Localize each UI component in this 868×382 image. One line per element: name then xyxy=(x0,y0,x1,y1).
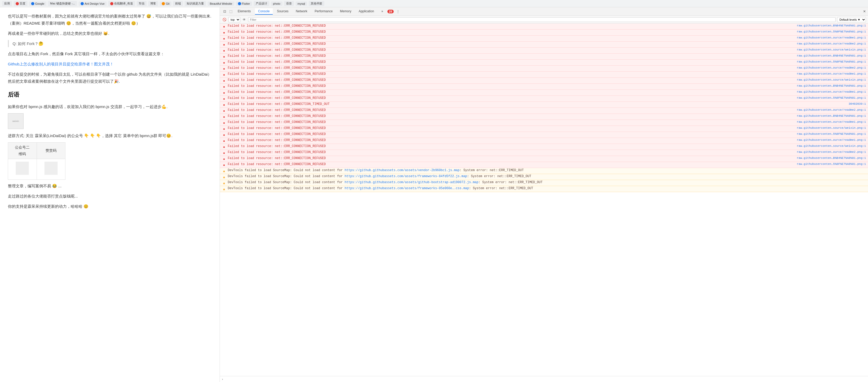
paragraph-4: 如果你也对 bpmn.js 感兴趣的话，欢迎加入我们的 bpmn.js 交流群，… xyxy=(8,103,212,110)
devtools-inspect-icon[interactable]: ⊡ xyxy=(222,9,227,14)
tab-frontend[interactable]: 前端 xyxy=(173,1,183,6)
error-icon-6: ● xyxy=(222,61,226,65)
devtools-close-button[interactable]: ✕ xyxy=(863,9,866,13)
entry-source-4[interactable]: raw.githubuserconten…source/weixin.png:1 xyxy=(797,48,866,51)
console-entry-18: ● Failed to load resource: net::ERR_CONN… xyxy=(220,132,868,138)
error-icon-0: ● xyxy=(222,25,226,29)
entry-source-10[interactable]: raw.githubuserconten…B%B4%E7%A0%81.png:1 xyxy=(797,84,866,87)
console-context-select[interactable]: top xyxy=(228,17,240,22)
console-clear-icon[interactable]: 🚫 xyxy=(222,17,227,22)
entry-text-1: Failed to load resource: net::ERR_CONNEC… xyxy=(228,30,795,34)
entry-text-5: Failed to load resource: net::ERR_CONNEC… xyxy=(228,54,795,58)
error-icon-1: ● xyxy=(222,31,226,35)
qa-link[interactable]: Github上怎么修改别人的项目并且提交给原作者！图文并茂！ xyxy=(8,62,114,66)
console-entry-17: ● Failed to load resource: net::ERR_CONN… xyxy=(220,126,868,132)
main-layout: 也可以是写一些教材案例，因为之前就有大佬吐槽说官方给的案例都太过简单了 😅，可以… xyxy=(0,7,868,382)
entry-source-3[interactable]: raw.githubuserconten…ource/readme2.png:1 xyxy=(797,42,866,45)
tab-google[interactable]: Google xyxy=(29,2,46,6)
entry-source-9[interactable]: raw.githubuserconten…source/weixin.png:1 xyxy=(797,78,866,82)
tab-knowledge[interactable]: 知识就是力量 xyxy=(185,1,206,6)
entry-source-17[interactable]: raw.githubuserconten…source/weixin.png:1 xyxy=(797,126,866,129)
entry-source-16[interactable]: raw.githubuserconten…ource/readme1.png:1 xyxy=(797,120,866,124)
entry-source-1[interactable]: raw.githubuserconten…5%8F%E7%A0%81.png:1 xyxy=(797,30,866,33)
tab-photo[interactable]: photo xyxy=(271,2,282,6)
tab-beautiful-website[interactable]: Beautiful Website xyxy=(208,2,234,6)
entry-source-23[interactable]: raw.githubuserconten…5%8F%E7%A0%81.png:1 xyxy=(797,162,866,166)
entry-source-13[interactable]: 30402039:1 xyxy=(813,102,866,105)
entry-text-7: Failed to load resource: net::ERR_CONNEC… xyxy=(228,66,795,70)
entry-source-21[interactable]: raw.githubuserconten…ource/readme2.png:1 xyxy=(797,151,866,154)
tab-ant-design[interactable]: Ant Design Vue xyxy=(79,2,106,6)
warning-link-1[interactable]: https://github.githubassets.com/assets/f… xyxy=(344,174,467,178)
entry-text-4: Failed to load resource: net::ERR_CONNEC… xyxy=(228,48,795,52)
error-icon-4: ● xyxy=(222,49,226,53)
console-entry-0: ● Failed to load resource: net::ERR_CONN… xyxy=(220,24,868,30)
error-icon-13: ● xyxy=(222,103,226,107)
entry-text-3: Failed to load resource: net::ERR_CONNEC… xyxy=(228,42,795,46)
console-filter-input[interactable] xyxy=(248,17,836,22)
console-levels-select[interactable]: Default levels ▼ xyxy=(837,17,866,22)
error-icon-16: ● xyxy=(222,121,226,125)
tab-voice[interactable]: 语音 xyxy=(284,1,294,6)
console-input-field[interactable] xyxy=(225,377,866,381)
devtools-tab-elements[interactable]: Elements xyxy=(235,8,254,14)
weixin-image xyxy=(8,113,24,129)
qa-label: Q: 如何 Fork？🤔 xyxy=(12,40,212,47)
entry-source-19[interactable]: raw.githubuserconten…ource/readme1.png:1 xyxy=(797,138,866,141)
tab-chexin[interactable]: 车信 xyxy=(137,1,147,6)
console-entry-warning-1: ▲ DevTools failed to load SourceMap: Cou… xyxy=(220,174,868,180)
tab-product-design[interactable]: 产品设计 xyxy=(254,1,269,6)
warning-text-1: DevTools failed to load SourceMap: Could… xyxy=(228,174,866,178)
entry-source-14[interactable]: raw.githubuserconten…ource/readme2.png:1 xyxy=(797,108,866,112)
tab-more[interactable]: 其他书签 xyxy=(309,1,324,6)
devtools-device-icon[interactable]: ⬚ xyxy=(228,9,234,14)
entry-source-2[interactable]: raw.githubuserconten…ource/readme1.png:1 xyxy=(797,36,866,39)
console-eye-icon[interactable]: 👁 xyxy=(242,17,247,22)
tab-mysql[interactable]: mysql xyxy=(296,2,307,6)
entry-source-20[interactable]: raw.githubuserconten…source/weixin.png:1 xyxy=(797,145,866,148)
tab-git[interactable]: Git xyxy=(160,2,172,6)
devtools-tab-performance[interactable]: Performance xyxy=(311,8,336,14)
error-icon-11: ● xyxy=(222,91,226,95)
qr-code-cell-2 xyxy=(37,159,65,180)
entry-source-6[interactable]: raw.githubuserconten…5%8F%E7%A0%81.png:1 xyxy=(797,60,866,63)
error-icon-22: ● xyxy=(222,157,226,161)
console-chevron-icon: › xyxy=(222,378,223,381)
tab-baidu[interactable]: 百度 xyxy=(13,1,28,6)
tab-apps[interactable]: 应用 xyxy=(2,1,12,6)
entry-source-11[interactable]: raw.githubuserconten…ource/readme1.png:1 xyxy=(797,90,866,93)
devtools-tab-network[interactable]: Network xyxy=(293,8,310,14)
devtools-settings-icon[interactable]: ⋮ xyxy=(395,9,401,14)
console-entry-8: ● Failed to load resource: net::ERR_CONN… xyxy=(220,72,868,78)
devtools-tab-console[interactable]: Console xyxy=(255,8,273,14)
tab-youdao[interactable]: 在线翻译_有道 xyxy=(108,1,135,6)
devtools-tab-application[interactable]: Application xyxy=(355,8,377,14)
warning-link-2[interactable]: https://github.githubassets.com/assets/g… xyxy=(344,181,478,184)
entry-source-5[interactable]: raw.githubuserconten…B%B4%E7%A0%81.png:1 xyxy=(797,54,866,57)
error-icon-5: ● xyxy=(222,55,226,59)
warning-link-0[interactable]: https://github.githubassets.com/assets/v… xyxy=(344,168,459,172)
entry-source-18[interactable]: raw.githubuserconten…5%8F%E7%A0%81.png:1 xyxy=(797,132,866,135)
tab-flutter[interactable]: Flutter xyxy=(236,2,252,6)
console-entry-5: ● Failed to load resource: net::ERR_CONN… xyxy=(220,54,868,60)
console-entry-3: ● Failed to load resource: net::ERR_CONN… xyxy=(220,41,868,47)
console-entry-22: ● Failed to load resource: net::ERR_CONN… xyxy=(220,156,868,162)
entry-source-15[interactable]: raw.githubuserconten…B%B4%E7%A0%81.png:1 xyxy=(797,114,866,118)
tab-blog[interactable]: 博客 xyxy=(148,1,158,6)
tab-mac-shortcuts[interactable]: Mac 键盘快捷键 -... xyxy=(48,1,77,6)
console-messages-list: ● Failed to load resource: net::ERR_CONN… xyxy=(220,24,868,376)
entry-source-12[interactable]: raw.githubuserconten…5%8F%E7%A0%81.png:1 xyxy=(797,96,866,99)
error-icon-3: ● xyxy=(222,43,226,47)
entry-source-22[interactable]: raw.githubuserconten…B%B4%E7%A0%81.png:1 xyxy=(797,156,866,160)
entry-source-7[interactable]: raw.githubuserconten…ource/readme2.png:1 xyxy=(797,66,866,69)
entry-source-0[interactable]: raw.githubuserconten…B%B4%E7%A0%81.png:1 xyxy=(797,24,866,27)
devtools-tab-more[interactable]: » xyxy=(378,8,386,14)
devtools-tab-memory[interactable]: Memory xyxy=(337,8,354,14)
devtools-tab-sources[interactable]: Sources xyxy=(274,8,291,14)
entry-source-8[interactable]: raw.githubuserconten…ource/readme1.png:1 xyxy=(797,72,866,75)
error-icon-19: ● xyxy=(222,139,226,143)
entry-text-19: Failed to load resource: net::ERR_CONNEC… xyxy=(228,138,795,142)
entry-text-14: Failed to load resource: net::ERR_CONNEC… xyxy=(228,108,795,112)
warning-link-3[interactable]: https://github.githubassets.com/assets/f… xyxy=(344,187,469,190)
error-icon-23: ● xyxy=(222,163,226,167)
